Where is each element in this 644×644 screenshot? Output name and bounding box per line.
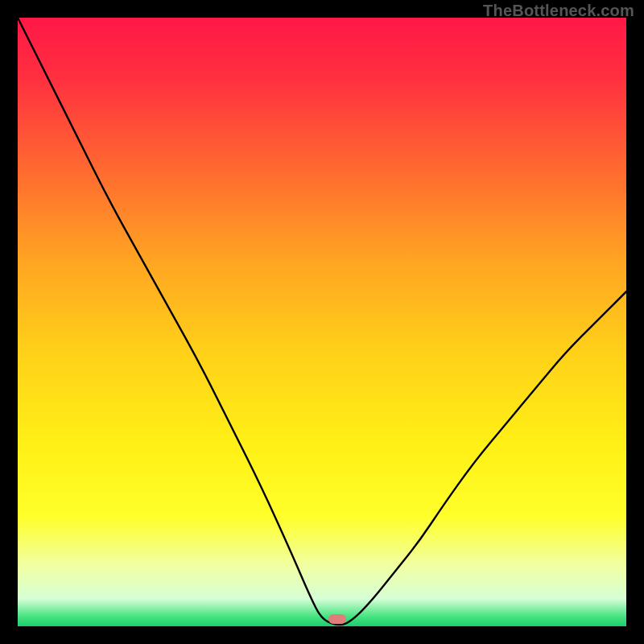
plot-area [18, 18, 626, 626]
chart-frame: TheBottleneck.com [0, 0, 644, 644]
optimal-marker [328, 614, 346, 624]
chart-svg [18, 18, 626, 626]
watermark-text: TheBottleneck.com [483, 2, 634, 20]
gradient-background [18, 18, 626, 626]
